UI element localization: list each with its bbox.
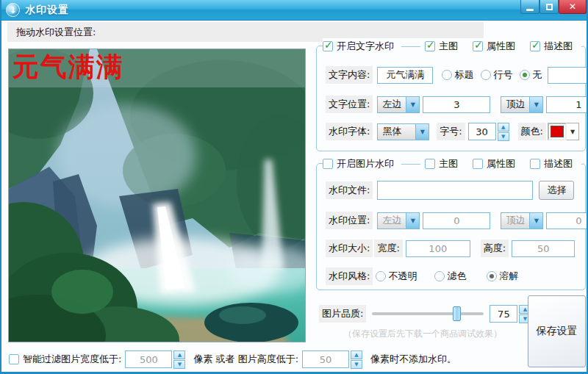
watermark-file-label: 水印文件: (326, 181, 373, 199)
quality-slider[interactable] (372, 305, 484, 323)
smart-filter-checkbox[interactable] (9, 354, 19, 364)
pic-v-offset-input[interactable] (546, 212, 588, 229)
text-target-attr-label: 属性图 (487, 40, 515, 53)
color-swatch-frame (548, 123, 567, 140)
radio-none-label: 无 (532, 68, 542, 82)
text-custom-input[interactable] (548, 67, 588, 84)
text-h-anchor-select[interactable]: 左边 ▼ (377, 96, 420, 113)
quality-input[interactable] (490, 305, 517, 323)
window-title: 水印设置 (25, 4, 69, 17)
radio-lineno[interactable] (481, 70, 491, 80)
radio-lineno-label: 行号 (493, 68, 512, 82)
text-font-row: 水印字体: 黑体 ▼ 字号: ▲ ▼ 颜色: ▼ (326, 122, 579, 141)
text-content-row: 文字内容: 标题 行号 无 (326, 65, 579, 84)
smart-filter-label: 智能过滤图片宽度低于: (23, 353, 121, 366)
pic-h-anchor-select[interactable]: 左边 ▼ (377, 212, 420, 229)
slider-handle[interactable] (453, 306, 461, 321)
text-target-desc-checkbox[interactable]: ✓ (530, 41, 540, 51)
picture-group-legend: 开启图片水印 主图 属性图 描述图 (323, 156, 583, 172)
enable-picture-watermark-label: 开启图片水印 (337, 157, 394, 170)
text-target-main-checkbox[interactable]: ✓ (425, 41, 435, 51)
pic-target-main-checkbox[interactable] (425, 159, 435, 169)
text-target-main-label: 主图 (439, 40, 458, 53)
chevron-down-icon: ▼ (529, 213, 542, 229)
watermark-file-row: 水印文件: 选择 (326, 180, 579, 201)
pic-v-anchor-select[interactable]: 顶边 ▼ (501, 212, 543, 229)
titlebar[interactable]: ↓ 水印设置 ✕ (0, 0, 588, 21)
enable-picture-watermark-checkbox[interactable] (323, 159, 333, 169)
chevron-down-icon: ▼ (406, 213, 419, 229)
pic-target-attr-checkbox[interactable] (473, 159, 483, 169)
picture-style-row: 水印风格: 不透明 滤色 溶解 (326, 267, 579, 286)
browse-button[interactable]: 选择 (539, 181, 574, 200)
picture-position-row: 水印位置: 左边 ▼ 顶边 ▼ (326, 211, 579, 230)
picture-size-label: 水印大小: (326, 240, 373, 257)
save-settings-button[interactable]: 保存设置 (528, 295, 586, 367)
picture-size-row: 水印大小: 宽度: 高度: (326, 239, 579, 258)
quality-label: 图片品质: (319, 305, 366, 323)
radio-screen[interactable] (434, 271, 445, 281)
spin-down-icon[interactable]: ▼ (351, 360, 362, 369)
watermark-width-input[interactable] (406, 240, 470, 257)
spin-up-icon[interactable]: ▲ (351, 350, 362, 359)
picture-style-label: 水印风格: (326, 267, 373, 285)
watermark-text-overlay[interactable]: 元气满满 (12, 51, 124, 82)
watermark-file-input[interactable] (377, 181, 533, 200)
font-family-select[interactable]: 黑体 ▼ (377, 123, 429, 140)
save-hint-note: （保存设置后先下载一个商品调试效果） (323, 328, 523, 340)
text-h-offset-input[interactable] (423, 96, 490, 113)
spin-up-icon[interactable]: ▲ (498, 123, 509, 132)
spin-down-icon[interactable]: ▼ (173, 360, 185, 369)
close-button[interactable]: ✕ (559, 0, 587, 14)
chevron-down-icon: ▼ (406, 97, 419, 112)
font-size-input[interactable] (468, 123, 496, 140)
picture-watermark-group: 开启图片水印 主图 属性图 描述图 水印文件: 选择 水印位置: 左边 ▼ (316, 163, 586, 290)
spin-down-icon[interactable]: ▼ (498, 132, 509, 141)
waterfall-photo (9, 49, 306, 342)
pic-target-desc-label: 描述图 (544, 157, 573, 170)
text-content-input[interactable] (377, 67, 433, 84)
image-preview[interactable]: 元气满满 (8, 48, 306, 342)
radio-opaque-label: 不透明 (388, 270, 417, 283)
height-label: 高度: (481, 240, 509, 257)
color-swatch[interactable] (551, 126, 564, 137)
text-v-anchor-select[interactable]: 顶边 ▼ (501, 96, 543, 113)
pic-target-desc-checkbox[interactable] (530, 159, 540, 169)
min-height-input[interactable] (302, 350, 349, 368)
text-target-attr-checkbox[interactable]: ✓ (473, 41, 483, 51)
text-content-label: 文字内容: (326, 66, 373, 84)
maximize-icon (546, 4, 553, 10)
filter-or-label: 像素 或者 图片高度低于: (193, 353, 298, 366)
font-size-label: 字号: (437, 123, 465, 140)
radio-opaque[interactable] (376, 271, 386, 281)
enable-text-watermark-checkbox[interactable]: ✓ (323, 41, 333, 51)
font-color-label: 颜色: (518, 123, 546, 140)
radio-none[interactable] (520, 70, 530, 80)
color-dropdown-button[interactable]: ▼ (567, 123, 579, 140)
pic-target-main-label: 主图 (439, 157, 458, 170)
spin-up-icon[interactable]: ▲ (173, 350, 185, 359)
text-position-row: 文字位置: 左边 ▼ 顶边 ▼ (326, 95, 579, 114)
smart-filter-bar: 智能过滤图片宽度低于: ▲ ▼ 像素 或者 图片高度低于: ▲ ▼ 像素时不添加… (1, 348, 528, 370)
text-watermark-group: ✓ 开启文字水印 ✓ 主图 ✓ 属性图 ✓ 描述图 文字内容: 标题 行号 无 … (316, 46, 586, 151)
radio-screen-label: 滤色 (447, 270, 466, 283)
radio-dissolve[interactable] (487, 271, 497, 281)
radio-title[interactable] (442, 70, 452, 80)
text-position-label: 文字位置: (326, 96, 373, 113)
enable-text-watermark-label: 开启文字水印 (337, 40, 394, 53)
width-label: 宽度: (374, 240, 402, 257)
quality-row: 图片品质: ▲ ▼ (319, 304, 525, 323)
minimize-icon (526, 9, 534, 11)
radio-title-label: 标题 (454, 68, 473, 82)
text-target-desc-label: 描述图 (544, 40, 573, 53)
pic-h-offset-input[interactable] (423, 212, 490, 229)
text-v-offset-input[interactable] (546, 96, 588, 113)
app-icon: ↓ (6, 3, 20, 17)
slider-track[interactable] (372, 312, 484, 315)
maximize-button[interactable] (539, 0, 559, 14)
font-label: 水印字体: (326, 123, 373, 140)
minimize-button[interactable] (520, 0, 539, 14)
watermark-height-input[interactable] (512, 240, 575, 257)
min-width-input[interactable] (125, 350, 172, 368)
chevron-down-icon: ▼ (415, 124, 429, 140)
